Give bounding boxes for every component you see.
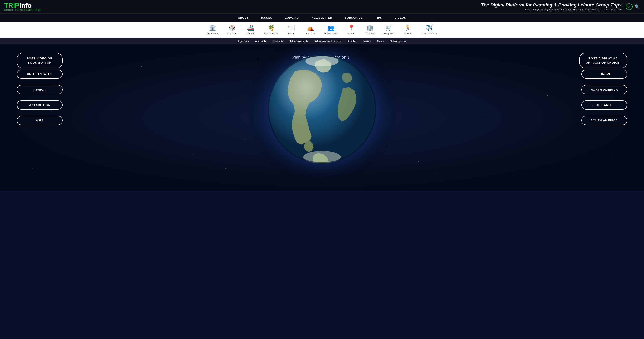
- region-asia[interactable]: ASIA: [17, 116, 62, 125]
- cat-sports[interactable]: 🏃 Sports: [398, 24, 417, 36]
- logo-subtitle: GROUP TRIPS START HERE: [4, 9, 41, 11]
- cat-destinations[interactable]: 🌴 Destinations: [260, 24, 282, 36]
- cat-meetings-label: Meetings: [365, 32, 375, 35]
- main-content: POST VIDEO ORBOOK BUTTON Plan by Activit…: [0, 44, 644, 190]
- post-video-button[interactable]: POST VIDEO ORBOOK BUTTON: [17, 53, 62, 68]
- region-north-america[interactable]: NORTH AMERICA: [582, 85, 627, 94]
- cat-dining[interactable]: 🍽️ Dining: [282, 24, 301, 36]
- globe-container: [268, 55, 376, 164]
- cat-cruises-label: Cruises: [246, 32, 255, 35]
- cat-group-tours[interactable]: 👥 Group Tours: [320, 24, 342, 36]
- region-africa[interactable]: AFRICA: [17, 85, 62, 94]
- admin-accounts[interactable]: Accounts: [255, 40, 266, 43]
- admin-issues[interactable]: Issues: [363, 40, 371, 43]
- globe: [268, 55, 376, 164]
- checkmark-icon[interactable]: ✓: [626, 3, 632, 10]
- logo-text: TRIPinfo: [4, 2, 41, 9]
- admin-news[interactable]: News: [377, 40, 384, 43]
- festivals-icon: ⛺: [307, 24, 314, 31]
- cat-meetings[interactable]: 🏢 Meetings: [360, 24, 380, 36]
- admin-advertisements[interactable]: Advertisements: [290, 40, 308, 43]
- nav-about[interactable]: ABOUT: [238, 16, 248, 19]
- cat-festivals-label: Festivals: [306, 32, 315, 35]
- cat-transportation[interactable]: ✈️ Transportation: [417, 24, 442, 36]
- header-tagline: The Digital Platform for Planning & Book…: [50, 2, 622, 8]
- admin-articles[interactable]: Articles: [348, 40, 357, 43]
- cat-dining-label: Dining: [288, 32, 295, 35]
- cat-transportation-label: Transportation: [421, 32, 438, 35]
- cat-casinos[interactable]: 🎲 Casinos: [223, 24, 242, 36]
- region-europe[interactable]: EUROPE: [582, 70, 627, 79]
- admin-subscriptions[interactable]: Subscriptions: [390, 40, 406, 43]
- region-oceania[interactable]: OCEANIA: [582, 100, 627, 110]
- cat-maps-label: Maps: [348, 32, 354, 35]
- nav-newsletter[interactable]: NEWSLETTER: [312, 16, 332, 19]
- header-right: The Digital Platform for Planning & Book…: [41, 2, 622, 11]
- logo-info: info: [20, 2, 32, 9]
- region-buttons-left: UNITED STATES AFRICA ANTARCTICA ASIA: [17, 68, 62, 127]
- dining-icon: 🍽️: [288, 24, 295, 31]
- cat-sports-label: Sports: [404, 32, 412, 35]
- logo-trip: TRIP: [4, 2, 20, 9]
- cat-casinos-label: Casinos: [228, 32, 236, 35]
- site-header: TRIPinfo GROUP TRIPS START HERE The Digi…: [0, 0, 644, 14]
- admin-contacts[interactable]: Contacts: [272, 40, 283, 43]
- cat-maps[interactable]: 📍 Maps: [342, 24, 360, 36]
- region-antarctica[interactable]: ANTARCTICA: [17, 100, 62, 110]
- nav-lodging[interactable]: LODGING: [285, 16, 299, 19]
- admin-agencies[interactable]: Agencies: [238, 40, 249, 43]
- cruises-icon: 🚢: [247, 24, 254, 31]
- casinos-icon: 🎲: [228, 24, 236, 31]
- cat-destinations-label: Destinations: [264, 32, 278, 35]
- site-logo[interactable]: TRIPinfo GROUP TRIPS START HERE: [4, 2, 41, 11]
- nav-tips[interactable]: TIPS: [375, 16, 382, 19]
- cat-attractions-label: Attractions: [206, 32, 218, 35]
- region-united-states[interactable]: UNITED STATES: [17, 70, 62, 79]
- shopping-icon: 🛒: [385, 24, 392, 31]
- admin-advertisement-groups[interactable]: Advertisement Groups: [314, 40, 342, 43]
- header-sub-tagline: Ranks in top 1% of global sites and boas…: [50, 8, 622, 11]
- post-display-ad-button[interactable]: POST DISPLAY ADON PAGE OF CHOICE.: [579, 53, 627, 68]
- cat-shopping-label: Shopping: [384, 32, 394, 35]
- sports-icon: 🏃: [404, 24, 412, 31]
- globe-landmass-svg: [268, 55, 376, 164]
- nav-videos[interactable]: VIDEOS: [394, 16, 406, 19]
- region-buttons-right: EUROPE NORTH AMERICA OCEANIA SOUTH AMERI…: [582, 68, 627, 127]
- header-icons: ✓ 🔍: [626, 3, 640, 10]
- cat-shopping[interactable]: 🛒 Shopping: [380, 24, 398, 36]
- cat-group-tours-label: Group Tours: [324, 32, 338, 35]
- maps-icon: 📍: [348, 24, 355, 31]
- attractions-icon: 🏛️: [209, 24, 216, 31]
- group-tours-icon: 👥: [327, 24, 334, 31]
- nav-subscribe[interactable]: SUBSCRIBE: [345, 16, 363, 19]
- destinations-icon: 🌴: [268, 24, 275, 31]
- transportation-icon: ✈️: [426, 24, 433, 31]
- category-bar: 🏛️ Attractions 🎲 Casinos 🚢 Cruises 🌴 Des…: [0, 22, 644, 38]
- admin-bar: Agencies Accounts Contacts Advertisement…: [0, 38, 644, 44]
- cat-festivals[interactable]: ⛺ Festivals: [301, 24, 320, 36]
- cat-cruises[interactable]: 🚢 Cruises: [242, 24, 260, 36]
- nav-bar: ABOUT ISSUES LODGING NEWSLETTER SUBSCRIB…: [0, 14, 644, 22]
- search-icon[interactable]: 🔍: [634, 4, 640, 9]
- nav-issues[interactable]: ISSUES: [261, 16, 272, 19]
- region-south-america[interactable]: SOUTH AMERICA: [582, 116, 627, 125]
- cat-attractions[interactable]: 🏛️ Attractions: [202, 24, 223, 36]
- meetings-icon: 🏢: [366, 24, 374, 31]
